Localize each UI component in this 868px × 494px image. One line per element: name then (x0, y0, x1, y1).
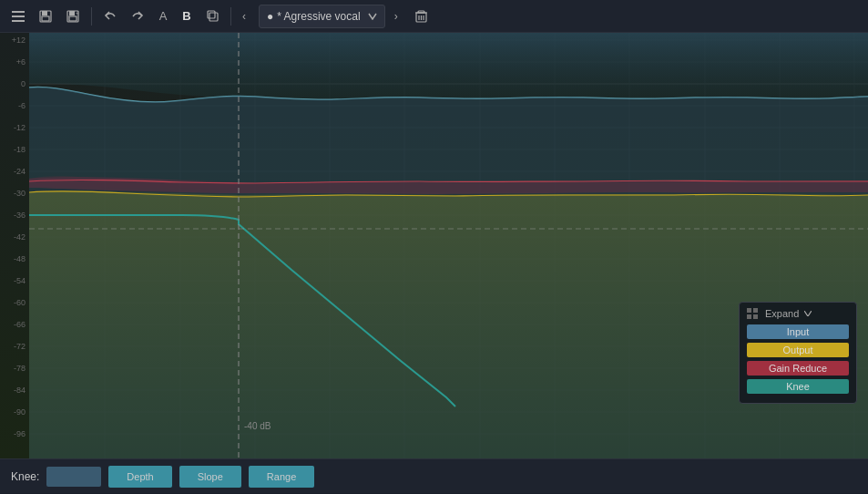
legend-output-color: Output (747, 343, 849, 357)
knee-label: Knee: (11, 470, 39, 483)
svg-text:-60: -60 (14, 298, 26, 307)
legend-item-input: Input (747, 324, 849, 339)
svg-rect-72 (753, 308, 758, 313)
svg-rect-1 (12, 15, 25, 17)
svg-rect-4 (42, 11, 47, 15)
legend-panel: Expand Input Output Gain Reduce Knee (739, 302, 857, 404)
preset-star: ● (267, 10, 273, 23)
svg-rect-74 (753, 314, 758, 319)
redo-button[interactable] (127, 5, 148, 27)
svg-rect-2 (12, 20, 25, 22)
divider-2 (230, 7, 231, 26)
ab-a-button[interactable]: A (154, 5, 172, 27)
grid-icon (747, 308, 760, 319)
svg-text:-6: -6 (18, 101, 26, 110)
slope-button[interactable]: Slope (179, 466, 241, 488)
legend-knee-color: Knee (747, 379, 849, 394)
chevron-down-icon (804, 311, 812, 316)
next-preset-button[interactable]: › (391, 8, 402, 25)
svg-rect-7 (69, 11, 75, 15)
legend-input-color: Input (747, 324, 849, 339)
svg-rect-10 (209, 13, 218, 21)
legend-item-knee: Knee (747, 379, 849, 394)
legend-item-output: Output (747, 343, 849, 357)
svg-text:0: 0 (21, 79, 26, 88)
save-button[interactable] (35, 5, 56, 27)
svg-text:-30: -30 (14, 189, 26, 198)
svg-rect-73 (747, 314, 751, 319)
svg-text:-54: -54 (14, 276, 26, 285)
depth-button[interactable]: Depth (108, 466, 171, 488)
svg-text:-78: -78 (14, 364, 26, 373)
svg-text:+12: +12 (12, 36, 26, 45)
svg-text:-24: -24 (14, 167, 26, 176)
undo-button[interactable] (99, 5, 121, 27)
svg-text:-90: -90 (14, 407, 26, 417)
copy-button[interactable] (201, 5, 223, 27)
legend-expand[interactable]: Expand (747, 308, 849, 319)
knee-value-display[interactable] (46, 467, 101, 487)
toolbar: + A B ‹ ● * Agressive vocal › (0, 0, 868, 33)
svg-text:+6: +6 (16, 57, 26, 67)
svg-text:-48: -48 (14, 254, 26, 263)
svg-rect-11 (208, 11, 215, 18)
svg-text:-72: -72 (14, 342, 26, 351)
svg-rect-8 (69, 16, 77, 21)
menu-button[interactable] (7, 5, 29, 27)
ab-b-button[interactable]: B (178, 5, 196, 27)
svg-text:-12: -12 (14, 123, 26, 132)
svg-text:+: + (76, 10, 79, 15)
divider-1 (91, 7, 92, 26)
svg-text:-40 dB: -40 dB (244, 421, 271, 431)
delete-preset-button[interactable] (411, 5, 433, 27)
svg-text:-84: -84 (14, 386, 26, 395)
preset-name: * Agressive vocal (277, 10, 360, 23)
save-as-button[interactable]: + (62, 5, 84, 27)
range-button[interactable]: Range (249, 466, 314, 488)
legend-gain-reduce-color: Gain Reduce (747, 361, 849, 376)
svg-text:-42: -42 (14, 232, 26, 242)
preset-selector[interactable]: ● * Agressive vocal (259, 5, 385, 28)
bottom-bar: Knee: Depth Slope Range (0, 458, 868, 493)
legend-item-gain-reduce: Gain Reduce (747, 361, 849, 376)
expand-label: Expand (765, 308, 799, 319)
prev-preset-button[interactable]: ‹ (239, 8, 250, 25)
chart-area[interactable]: +12 +6 0 -6 -12 -18 -24 -30 -36 -42 -48 … (0, 33, 868, 458)
svg-text:-66: -66 (14, 320, 26, 329)
svg-text:-18: -18 (14, 145, 26, 154)
svg-text:-36: -36 (14, 211, 26, 220)
svg-rect-5 (42, 16, 49, 21)
svg-rect-71 (747, 308, 751, 313)
svg-text:-96: -96 (14, 429, 26, 438)
svg-rect-0 (12, 11, 25, 13)
